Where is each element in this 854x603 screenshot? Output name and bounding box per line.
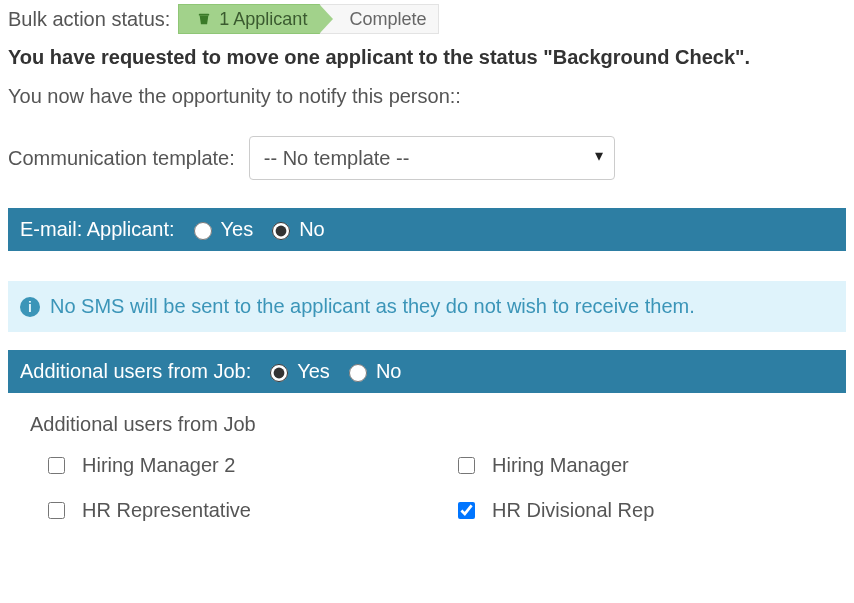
additional-users-panel: Additional users from Job Hiring Manager… <box>8 393 846 522</box>
email-applicant-label: E-mail: Applicant: <box>20 218 175 241</box>
step-applicant: 1 Applicant <box>178 4 320 34</box>
step-complete-label: Complete <box>349 9 426 30</box>
bulk-action-status-label: Bulk action status: <box>8 8 170 31</box>
communication-template-select-wrap: -- No template -- <box>249 136 615 180</box>
user-checkbox-hr-representative[interactable] <box>48 502 65 519</box>
svg-rect-0 <box>199 14 210 16</box>
step-container: 1 Applicant Complete <box>178 4 439 34</box>
step-complete: Complete <box>320 4 439 34</box>
additional-users-no-label: No <box>376 360 402 383</box>
additional-users-heading: Additional users from Job <box>30 413 824 436</box>
user-label: Hiring Manager <box>492 454 629 477</box>
additional-users-yes-option[interactable]: Yes <box>265 360 330 383</box>
bulk-action-status-row: Bulk action status: 1 Applicant Complete <box>8 0 846 42</box>
user-label: HR Representative <box>82 499 251 522</box>
email-applicant-yes-radio[interactable] <box>194 222 212 240</box>
user-option-hr-divisional-rep[interactable]: HR Divisional Rep <box>454 499 824 522</box>
additional-users-yes-radio[interactable] <box>270 364 288 382</box>
user-label: Hiring Manager 2 <box>82 454 235 477</box>
additional-users-no-radio[interactable] <box>349 364 367 382</box>
user-option-hiring-manager[interactable]: Hiring Manager <box>454 454 824 477</box>
user-checkbox-hiring-manager-2[interactable] <box>48 457 65 474</box>
additional-users-no-option[interactable]: No <box>344 360 402 383</box>
step-applicant-label: 1 Applicant <box>219 9 307 30</box>
bucket-icon <box>197 12 211 26</box>
user-option-hiring-manager-2[interactable]: Hiring Manager 2 <box>44 454 414 477</box>
additional-users-grid: Hiring Manager 2 Hiring Manager HR Repre… <box>30 454 824 522</box>
email-applicant-yes-label: Yes <box>221 218 254 241</box>
user-label: HR Divisional Rep <box>492 499 654 522</box>
email-applicant-no-option[interactable]: No <box>267 218 325 241</box>
headline: You have requested to move one applicant… <box>8 46 846 69</box>
user-checkbox-hiring-manager[interactable] <box>458 457 475 474</box>
sms-info-box: i No SMS will be sent to the applicant a… <box>8 281 846 332</box>
user-checkbox-hr-divisional-rep[interactable] <box>458 502 475 519</box>
additional-users-label: Additional users from Job: <box>20 360 251 383</box>
info-icon: i <box>20 297 40 317</box>
additional-users-yes-label: Yes <box>297 360 330 383</box>
additional-users-bar: Additional users from Job: Yes No <box>8 350 846 393</box>
communication-template-label: Communication template: <box>8 147 235 170</box>
notify-text: You now have the opportunity to notify t… <box>8 85 846 108</box>
communication-template-row: Communication template: -- No template -… <box>8 136 846 180</box>
user-option-hr-representative[interactable]: HR Representative <box>44 499 414 522</box>
email-applicant-yes-option[interactable]: Yes <box>189 218 254 241</box>
email-applicant-no-label: No <box>299 218 325 241</box>
email-applicant-no-radio[interactable] <box>272 222 290 240</box>
email-applicant-bar: E-mail: Applicant: Yes No <box>8 208 846 251</box>
sms-info-text: No SMS will be sent to the applicant as … <box>50 295 695 318</box>
communication-template-select[interactable]: -- No template -- <box>249 136 615 180</box>
